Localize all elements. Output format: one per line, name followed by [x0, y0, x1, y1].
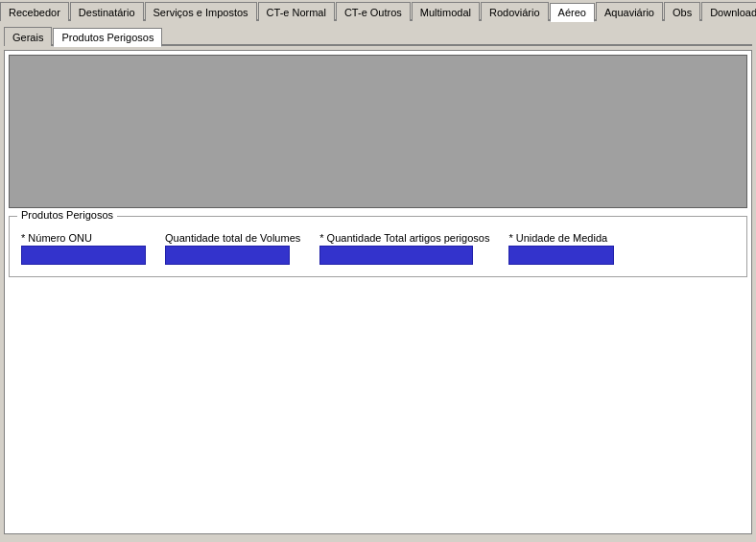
label-quantidade-volumes: Quantidade total de Volumes	[165, 232, 300, 244]
tab-destinatario[interactable]: Destinatário	[70, 2, 144, 21]
tab-servicos-impostos[interactable]: Serviços e Impostos	[145, 2, 257, 21]
tab-cte-outros[interactable]: CT-e Outros	[336, 2, 411, 21]
label-numero-onu: * Número ONU	[21, 232, 146, 244]
label-quantidade-artigos: * Quantidade Total artigos perigosos	[319, 232, 489, 244]
tab-rodoviario[interactable]: Rodoviário	[481, 2, 549, 21]
input-quantidade-artigos[interactable]	[319, 246, 473, 265]
field-group-quantidade-artigos: * Quantidade Total artigos perigosos	[319, 232, 489, 265]
data-grid-area[interactable]	[9, 55, 747, 208]
input-unidade-medida[interactable]	[508, 246, 614, 265]
field-group-quantidade-volumes: Quantidade total de Volumes	[165, 232, 300, 265]
tab-cte-normal[interactable]: CT-e Normal	[258, 2, 335, 21]
field-group-unidade-medida: * Unidade de Medida	[508, 232, 614, 265]
tab-aereo[interactable]: Aéreo	[550, 3, 595, 22]
tab-multimodal[interactable]: Multimodal	[412, 2, 480, 21]
fields-row: * Número ONU Quantidade total de Volumes…	[21, 232, 735, 265]
tab-gerais[interactable]: Gerais	[4, 27, 52, 46]
input-numero-onu[interactable]	[21, 246, 146, 265]
tab-aquaviario[interactable]: Aquaviário	[596, 2, 663, 21]
tab-produtos-perigosos[interactable]: Produtos Perigosos	[53, 28, 162, 47]
content-panel: Produtos Perigosos * Número ONU Quantida…	[4, 50, 752, 534]
tab-recebedor[interactable]: Recebedor	[0, 2, 69, 21]
tab-obs[interactable]: Obs	[664, 2, 700, 21]
label-unidade-medida: * Unidade de Medida	[508, 232, 614, 244]
fieldset-legend: Produtos Perigosos	[17, 209, 117, 221]
produtos-perigosos-section: Produtos Perigosos * Número ONU Quantida…	[9, 216, 747, 277]
main-content: Gerais Produtos Perigosos Produtos Perig…	[0, 21, 756, 542]
top-tab-bar: Recebedor Destinatário Serviços e Impost…	[0, 0, 756, 21]
field-group-numero-onu: * Número ONU	[21, 232, 146, 265]
input-quantidade-volumes[interactable]	[165, 246, 290, 265]
tab-download[interactable]: Download	[701, 2, 756, 21]
inner-tab-bar: Gerais Produtos Perigosos	[4, 25, 752, 46]
